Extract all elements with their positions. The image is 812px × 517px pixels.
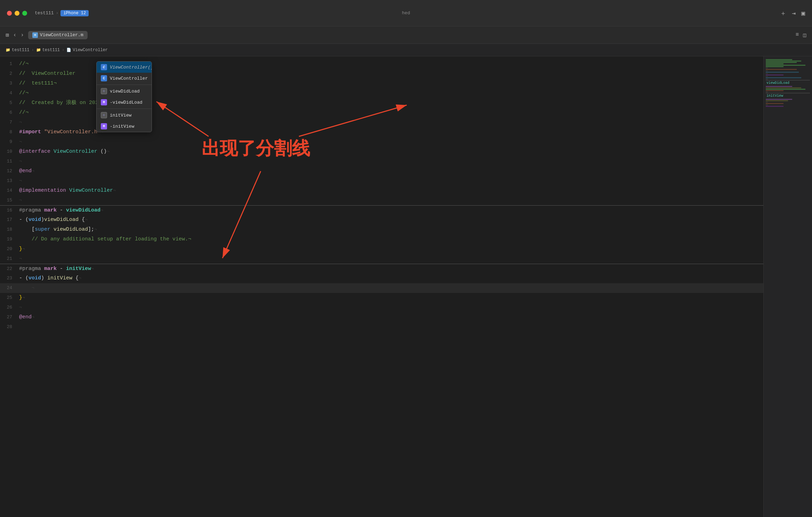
- table-row: 16 #pragma mark - viewDidLoad¬: [0, 205, 763, 215]
- table-row: 26 ¬: [0, 303, 763, 312]
- dropdown-item-viewcontroller[interactable]: C ViewController: [97, 73, 152, 84]
- dropdown-item-label: viewDidLoad: [110, 89, 140, 94]
- table-row: 24 ¬: [0, 283, 763, 293]
- tab-label: ViewController.m: [40, 32, 83, 38]
- maximize-button[interactable]: [22, 11, 27, 16]
- table-row: 13 ¬: [0, 176, 763, 186]
- dropdown-item-initview[interactable]: ≡ initView: [97, 110, 152, 121]
- dropdown-item-icon: ≡: [101, 112, 107, 118]
- table-row: 22 #pragma mark - initView¬: [0, 264, 763, 273]
- titlebar: test111 › iPhone 12 hed ＋ ⇥ ▣: [0, 0, 812, 26]
- close-button[interactable]: [7, 11, 12, 16]
- table-row: 19 // Do any additional setup after load…: [0, 234, 763, 244]
- dropdown-item-label: initView: [110, 113, 131, 118]
- toolbar: ⊞ ‹ › m ViewController.m ≡ ◫: [0, 26, 812, 44]
- main-area: 1 //¬ 2 // ViewController 3 // test111¬ …: [0, 56, 812, 517]
- table-row: 9 ¬: [0, 137, 763, 147]
- table-row: 27 @end¬: [0, 312, 763, 322]
- device-label: iPhone 12: [60, 10, 89, 16]
- project-name: test111: [35, 10, 54, 16]
- titlebar-center-text: hed: [402, 10, 410, 16]
- table-row: 20 }¬: [0, 244, 763, 254]
- file-tab[interactable]: m ViewController.m: [28, 31, 88, 39]
- file-type-icon: m: [32, 32, 38, 38]
- dropdown-item-viewdidload-impl[interactable]: M -viewDidLoad: [97, 97, 152, 108]
- dropdown-item-icon: C: [101, 64, 107, 70]
- dropdown-item-label: -initView: [110, 124, 134, 129]
- breadcrumb-file: 📄 ViewController: [66, 48, 108, 53]
- titlebar-actions: ＋ ⇥ ▣: [780, 9, 805, 17]
- dropdown-separator: [97, 85, 152, 85]
- file-breadcrumb: 📁 test111 › 📁 test111 › 📄 ViewController: [0, 44, 812, 56]
- forward-icon[interactable]: ›: [21, 32, 24, 38]
- dropdown-item-viewdidload[interactable]: ≡ viewDidLoad: [97, 86, 152, 97]
- table-row: 11 ¬: [0, 157, 763, 166]
- dropdown-item-label: ViewController(): [110, 65, 152, 70]
- table-row: 23 - (void) initView {¬: [0, 273, 763, 283]
- minimize-button[interactable]: [15, 11, 19, 16]
- table-row: 10 @interface ViewController ()¬: [0, 147, 763, 157]
- dropdown-item-label: ViewController: [110, 76, 148, 81]
- table-row: 14 @implementation ViewController¬: [0, 186, 763, 196]
- back-icon[interactable]: ‹: [13, 32, 17, 38]
- table-row: 28: [0, 322, 763, 332]
- minimap-content: viewDidLoad initView: [764, 56, 812, 110]
- dropdown-item-viewcontroller-ext[interactable]: C ViewController(): [97, 62, 152, 73]
- list-icon[interactable]: ≡: [796, 32, 799, 39]
- dropdown-item-icon: M: [101, 123, 107, 129]
- titlebar-left: test111 › iPhone 12: [7, 10, 89, 16]
- dropdown-item-initview-impl[interactable]: M -initView: [97, 121, 152, 132]
- autocomplete-dropdown[interactable]: C ViewController() C ViewController ≡ vi…: [96, 61, 152, 132]
- dropdown-item-icon: C: [101, 75, 107, 81]
- layout-icon[interactable]: ▣: [801, 9, 805, 17]
- grid-icon[interactable]: ⊞: [6, 32, 9, 39]
- minimap-label-viewdidload: viewDidLoad: [766, 81, 810, 85]
- breadcrumb: test111 › iPhone 12: [35, 10, 89, 16]
- add-icon[interactable]: ＋: [780, 9, 786, 17]
- minimap-label-initview: initView: [766, 94, 810, 98]
- table-row: 25 }¬: [0, 293, 763, 303]
- dropdown-item-icon: ≡: [101, 88, 107, 94]
- table-row: 17 - (void)viewDidLoad {¬: [0, 215, 763, 225]
- breadcrumb-project: 📁 test111: [6, 48, 29, 53]
- table-row: 12 @end¬: [0, 166, 763, 176]
- forward-icon[interactable]: ⇥: [792, 9, 796, 17]
- breadcrumb-folder: 📁 test111: [36, 48, 60, 53]
- traffic-lights: [7, 11, 27, 16]
- table-row: 18 [super viewDidLoad];¬: [0, 225, 763, 234]
- dropdown-item-label: -viewDidLoad: [110, 100, 143, 105]
- dropdown-item-icon: M: [101, 99, 107, 105]
- code-editor[interactable]: 1 //¬ 2 // ViewController 3 // test111¬ …: [0, 56, 763, 517]
- table-row: 21 ¬: [0, 254, 763, 264]
- dropdown-separator: [97, 109, 152, 109]
- table-row: 15 ¬: [0, 196, 763, 205]
- minimap: viewDidLoad initView: [763, 56, 812, 517]
- inspector-icon[interactable]: ◫: [803, 32, 806, 39]
